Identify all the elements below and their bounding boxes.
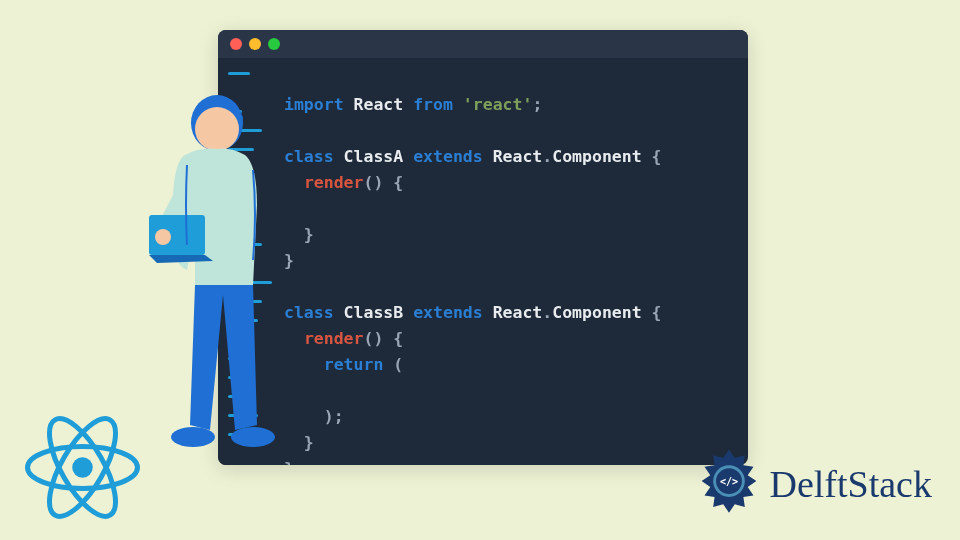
window-titlebar [218,30,748,58]
svg-point-0 [72,457,93,478]
svg-point-7 [155,229,171,245]
minimize-icon[interactable] [249,38,261,50]
maximize-icon[interactable] [268,38,280,50]
code-area: import React from 'react'; class ClassA … [280,58,748,465]
code-line: class ClassA extends React.Component { [284,147,662,166]
react-logo-icon [25,415,140,520]
brand-text: DelftStack [769,462,932,506]
minimap-line [218,64,278,83]
close-icon[interactable] [230,38,242,50]
delftstack-logo-icon: </> [693,448,765,520]
svg-point-8 [171,427,215,447]
code-line: class ClassB extends React.Component { [284,303,662,322]
developer-illustration [135,85,315,485]
svg-text:</>: </> [720,476,738,487]
svg-point-9 [231,427,275,447]
code-line: import React from 'react'; [284,95,542,114]
svg-point-5 [195,107,239,151]
delftstack-brand: </> DelftStack [693,448,932,520]
